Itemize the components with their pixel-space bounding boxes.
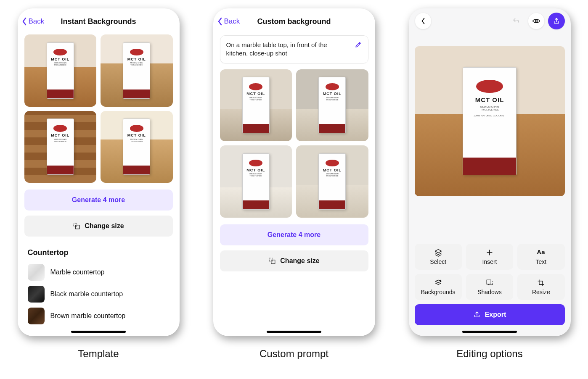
share-button[interactable] (548, 13, 565, 29)
result-grid: MCT OILMEDIUM CHAIN TRIGLYCERIDE MCT OIL… (18, 30, 180, 187)
tool-resize[interactable]: Resize (517, 274, 564, 300)
back-button[interactable] (415, 13, 432, 29)
tool-grid: Select Insert Aa Text Backgrounds Shadow… (409, 239, 571, 303)
caption: Custom prompt (260, 348, 328, 360)
svg-rect-5 (487, 280, 491, 284)
change-size-label: Change size (85, 222, 124, 230)
result-thumb[interactable]: MCT OILMEDIUM CHAIN TRIGLYCERIDE (296, 145, 368, 218)
list-label: Black marble countertop (50, 290, 123, 298)
product-box: MCT OILMEDIUM CHAIN TRIGLYCERIDE (242, 77, 270, 133)
back-label: Back (224, 17, 240, 26)
header: Back Instant Backgrounds (18, 8, 180, 30)
export-button[interactable]: Export (415, 304, 565, 325)
pencil-icon[interactable] (355, 41, 362, 48)
product-box: MCT OILMEDIUM CHAIN TRIGLYCERIDE (242, 153, 270, 210)
resize-icon (268, 257, 276, 265)
back-button[interactable]: Back (22, 17, 45, 26)
caption: Editing options (456, 348, 522, 360)
change-size-button[interactable]: Change size (220, 250, 368, 271)
undo-button[interactable] (508, 13, 524, 29)
tool-text[interactable]: Aa Text (517, 244, 564, 270)
home-indicator (462, 331, 517, 333)
shadow-icon (485, 279, 494, 287)
sparkle-layers-icon (434, 279, 442, 287)
swatch-icon (28, 286, 45, 303)
section-title: Countertop (18, 239, 180, 261)
product-box: MCT OILMEDIUM CHAIN TRIGLYCERIDE (318, 77, 346, 133)
product-box: MCT OILMEDIUM CHAIN TRIGLYCERIDE (318, 153, 346, 210)
result-grid: MCT OILMEDIUM CHAIN TRIGLYCERIDE MCT OIL… (213, 65, 375, 222)
result-thumb[interactable]: MCT OILMEDIUM CHAIN TRIGLYCERIDE (24, 111, 97, 183)
editor-toolbar (409, 8, 571, 34)
share-icon (553, 17, 560, 25)
result-thumb[interactable]: MCT OILMEDIUM CHAIN TRIGLYCERIDE (220, 69, 292, 142)
change-size-label: Change size (280, 257, 319, 265)
svg-point-4 (535, 20, 537, 22)
result-thumb[interactable]: MCT OILMEDIUM CHAIN TRIGLYCERIDE (101, 34, 173, 107)
crop-icon (537, 279, 545, 287)
tool-shadows[interactable]: Shadows (466, 274, 513, 300)
preview-button[interactable] (528, 13, 545, 29)
svg-rect-3 (271, 260, 275, 263)
caption: Template (78, 348, 119, 360)
export-icon (473, 311, 481, 318)
export-label: Export (485, 311, 506, 318)
list-item-brown-marble[interactable]: Brown marble countertop (18, 305, 180, 327)
svg-rect-0 (74, 223, 77, 226)
chevron-left-icon (217, 17, 222, 26)
svg-rect-1 (76, 225, 79, 229)
home-indicator (267, 331, 321, 333)
chevron-left-icon (420, 18, 426, 24)
editor-canvas[interactable]: MCT OIL MEDIUM CHAIN TRIGLYCERIDE 100% N… (415, 46, 565, 196)
phone-template: Back Instant Backgrounds MCT OILMEDIUM C… (18, 8, 180, 336)
product-box: MCT OILMEDIUM CHAIN TRIGLYCERIDE (123, 42, 150, 99)
prompt-text: On a marble table top, in front of the k… (226, 41, 350, 58)
result-thumb[interactable]: MCT OILMEDIUM CHAIN TRIGLYCERIDE (101, 111, 173, 183)
header: Back Custom background (213, 8, 375, 30)
product-box: MCT OILMEDIUM CHAIN TRIGLYCERIDE (47, 118, 74, 175)
generate-label: Generate 4 more (268, 231, 320, 239)
generate-label: Generate 4 more (72, 196, 125, 204)
tool-select[interactable]: Select (415, 244, 462, 270)
product-box: MCT OIL MEDIUM CHAIN TRIGLYCERIDE 100% N… (463, 67, 517, 175)
phone-custom-prompt: Back Custom background On a marble table… (213, 8, 375, 336)
product-box: MCT OILMEDIUM CHAIN TRIGLYCERIDE (47, 42, 74, 99)
eye-icon (532, 17, 540, 25)
product-box: MCT OILMEDIUM CHAIN TRIGLYCERIDE (123, 118, 150, 175)
chevron-left-icon (22, 17, 27, 26)
back-button[interactable]: Back (217, 17, 240, 26)
text-icon: Aa (537, 248, 545, 257)
undo-icon (512, 17, 520, 25)
list-item-black-marble[interactable]: Black marble countertop (18, 283, 180, 305)
layers-icon (434, 248, 442, 257)
result-thumb[interactable]: MCT OILMEDIUM CHAIN TRIGLYCERIDE (296, 69, 368, 142)
swatch-icon (28, 308, 45, 324)
list-label: Marble countertop (50, 268, 105, 276)
change-size-button[interactable]: Change size (24, 216, 173, 237)
result-thumb[interactable]: MCT OILMEDIUM CHAIN TRIGLYCERIDE (24, 34, 97, 107)
list-label: Brown marble countertop (50, 312, 126, 320)
list-item-marble[interactable]: Marble countertop (18, 261, 180, 283)
result-thumb[interactable]: MCT OILMEDIUM CHAIN TRIGLYCERIDE (220, 145, 292, 218)
generate-more-button[interactable]: Generate 4 more (220, 224, 368, 245)
tool-insert[interactable]: Insert (466, 244, 513, 270)
tool-backgrounds[interactable]: Backgrounds (415, 274, 462, 300)
swatch-icon (28, 264, 45, 281)
generate-more-button[interactable]: Generate 4 more (24, 190, 173, 211)
home-indicator (71, 331, 126, 333)
plus-icon (485, 248, 494, 257)
back-label: Back (29, 17, 45, 26)
prompt-input[interactable]: On a marble table top, in front of the k… (220, 35, 368, 63)
resize-icon (73, 222, 80, 230)
svg-rect-2 (270, 258, 273, 261)
phone-editor: MCT OIL MEDIUM CHAIN TRIGLYCERIDE 100% N… (409, 8, 571, 336)
